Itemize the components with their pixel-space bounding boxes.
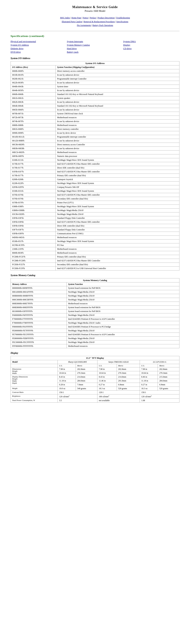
d-m2-us-h: 7.98 in: [97, 367, 117, 371]
toc-diskette[interactable]: Diskette drive: [10, 47, 67, 50]
nav-battery-pack[interactable]: Battery Pack Operations: [92, 24, 113, 26]
io-row-func: Primary IDE controller (dual fifo): [56, 174, 180, 178]
d-m1-met-h: 202.8mm: [76, 367, 97, 371]
memory-row-func: Motherboard resources: [67, 344, 180, 348]
io-row-func: In use by unknown device: [56, 100, 180, 104]
io-row-func: In use by unknown device: [56, 120, 180, 123]
io-col1-header: I/O Address (Hex): [11, 65, 56, 69]
io-row-func: Primary IDE controller (dual fifo): [56, 255, 180, 259]
io-row-addr: 0072h-0073h: [11, 116, 56, 120]
nav-notice[interactable]: Notice: [83, 16, 88, 19]
contrast-m2: 120:1: [97, 390, 140, 394]
io-row-func: Motherboard resources: [56, 123, 180, 127]
io-row-addr: 0200h-0200h: [11, 178, 56, 181]
io-row-func: Motherboard resources: [56, 251, 180, 255]
dim-height-label: Height: [12, 370, 18, 372]
toc-cd-drive[interactable]: CD drive: [123, 47, 180, 50]
toc-battery[interactable]: Battery pack: [67, 51, 123, 54]
io-row-func: Standard Floppy Disk Controller: [56, 216, 180, 220]
io-row-addr: 03F6h-03F6h: [11, 220, 56, 224]
io-row-func: NeoMagic MagicMedia 256AV: [56, 212, 180, 216]
io-row-addr: 04D0h-04D1h: [11, 236, 56, 239]
io-row-addr: 0170h-0177h: [11, 174, 56, 178]
io-row-func: In use by unknown device: [56, 88, 180, 92]
io-row-addr: 0170h-0177h: [11, 162, 56, 166]
io-row-func: In use by unknown device: [56, 108, 180, 112]
display-model1: Sharp LQ133XELH05: [58, 360, 98, 364]
io-row-addr: 0378h-037Fh: [11, 201, 56, 204]
toc-io[interactable]: System I/O Address: [10, 44, 67, 46]
io-row-addr: FCE8h-FCFFh: [11, 266, 56, 270]
io-row-addr: 03C0h-03DFh: [11, 212, 56, 216]
io-row-addr: 0010h-001Fh: [11, 73, 56, 77]
brightness-label: Brightness: [11, 394, 58, 398]
io-row-func: System timer: [56, 84, 180, 88]
io-row-addr: FCE0h-FCE7h: [11, 262, 56, 266]
io-row-addr: 0065h-006Fh: [11, 108, 56, 112]
toc-dvd[interactable]: DVD drive: [10, 51, 67, 54]
io-row-addr: 00E0h-00EBh: [11, 146, 56, 150]
nav-preface[interactable]: Preface: [90, 16, 96, 19]
io-row-func: In use by devic device: [56, 131, 180, 135]
memory-row-func: Intel 82443BX Pentium II Processor to AG…: [67, 317, 180, 321]
memory-row-addr: F7000000h-F7FFFFFFh: [11, 317, 67, 321]
io-row-func: Communications Port (COM1): [56, 232, 180, 236]
toc-grid: Physical and environmental System Interr…: [10, 40, 180, 54]
nav-removal[interactable]: Removal & Replacement Procedures: [84, 20, 115, 23]
io-row-addr: FCD0h-FCD7h: [11, 255, 56, 259]
io-row-func: Motherboard resources: [56, 247, 180, 251]
io-row-addr: 03F8h-03FFh: [11, 232, 56, 236]
d-m2-met-h: 202.8mm: [117, 367, 140, 371]
toc-interrupts[interactable]: System Interrupts: [67, 40, 123, 43]
io-row-func: NeoMagic MagicWave 3DX Sound System: [56, 158, 180, 162]
d-m1-us-h: 7.98 in: [58, 367, 76, 371]
io-row-func: NeoMagic MagicWave 3DX Sound System: [56, 189, 180, 193]
power-m3: 1.08: [140, 398, 179, 402]
memory-row-addr: F8000000h-F81FFFFFh: [11, 325, 67, 329]
io-row-addr: 0064h-0064h: [11, 104, 56, 108]
dd-m1-us-w: 11.18 in: [58, 379, 76, 383]
nav-product-description[interactable]: Product Description: [98, 16, 114, 19]
page-header: Maintenance & Service Guide Presario 166…: [10, 5, 180, 31]
io-row-func: Direct IDE controller (dual fifo): [56, 166, 180, 170]
dd-m3-us-d: 0.27 in: [140, 383, 158, 386]
io-row-func: Motherboard resources: [56, 116, 180, 120]
nav-specifications[interactable]: Specifications: [116, 20, 128, 23]
io-row-addr: 0040h-0043h: [11, 84, 56, 88]
io-row-func: Intel 82371AB/EB PCI Bus Master IDE cont…: [56, 162, 180, 166]
io-row-func: Direct IDE controller (dual fifo): [56, 224, 180, 228]
nav-troubleshooting[interactable]: Troubleshooting: [116, 16, 130, 19]
nav-links: MSG Index | Home Page | Notice | Preface…: [10, 16, 180, 28]
memory-row-func: NeoMagic MagicMedia 256AV: [67, 313, 180, 317]
memory-row-addr: FFF80000h-FFFFFFFFh: [11, 344, 67, 348]
nav-illustrated-parts[interactable]: Illustrated Parts Catalog: [62, 20, 82, 23]
io-row-func: Programmable interrupt controller: [56, 135, 180, 139]
io-row-addr: 0022h-003Fh: [11, 81, 56, 84]
io-row-func: PCI bus: [56, 243, 180, 247]
io-row-addr: 03F7h-03F7h: [11, 228, 56, 232]
io-row-func: In use by unknown device: [56, 146, 180, 150]
toc-memory[interactable]: System Memory Catalog: [67, 44, 123, 46]
memory-row-func: System board extension for PnP BIOS: [67, 306, 180, 309]
io-row-addr: 0376h-0376h: [11, 197, 56, 201]
io-row-addr: 0CF8h-0CFFh: [11, 243, 56, 247]
io-row-addr: 0070h-0071h: [11, 112, 56, 116]
sub-title: Presario 1660 Model: [10, 10, 180, 12]
d-m2-met-w: 270.3mm: [117, 371, 140, 375]
brightness-m3: 120 cd/mm2: [140, 394, 179, 398]
display-metric-header-3: Metric: [158, 364, 180, 367]
dd-m2-us-d: 0.27 in: [97, 383, 117, 386]
io-row-func: Programmable interrupt Controller: [56, 77, 180, 81]
dd-m3-us-w: 11.18 in: [140, 379, 158, 383]
toc-physical[interactable]: Physical and environmental: [10, 40, 67, 43]
nav-msg-index[interactable]: MSG Index: [60, 16, 70, 19]
display-metric-header-2: Metric: [117, 364, 140, 367]
nav-pin-assignments[interactable]: Pin Assignments: [77, 24, 91, 26]
toc-dma[interactable]: System DMA: [123, 40, 180, 43]
nav-home-page[interactable]: Home Page: [72, 16, 81, 19]
io-row-addr: 0388h-038Fh: [11, 204, 56, 208]
toc-hard-drive[interactable]: Hard drive: [67, 47, 123, 50]
io-row-func: Intel 82371AB/EB PCI Bus Master IDE cont…: [56, 170, 180, 174]
toc-display[interactable]: Display: [123, 44, 180, 46]
io-row-func: Compaq Presario 56K-DF: [56, 185, 180, 189]
